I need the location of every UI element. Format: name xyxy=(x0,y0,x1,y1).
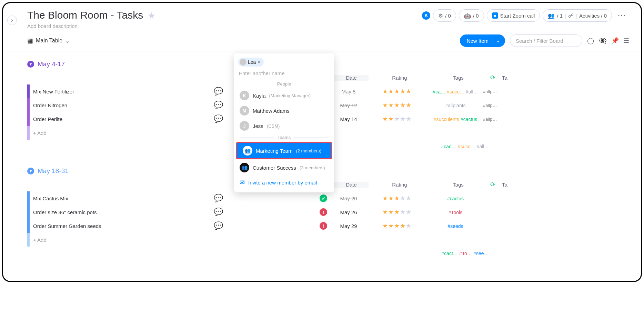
ta-cell[interactable]: #allp… xyxy=(483,89,497,94)
col-rating[interactable]: Rating xyxy=(369,75,431,81)
item-name[interactable]: Order size 36" ceramic pots xyxy=(33,209,205,215)
collapse-icon[interactable]: ▼ xyxy=(27,168,34,174)
table-row[interactable]: Order Nitrogen 💬 ✓ May 12 ★★★★★ #allplan… xyxy=(27,98,641,112)
tag[interactable]: #allplants xyxy=(445,103,465,108)
tag[interactable]: #all… xyxy=(466,89,478,94)
item-name[interactable]: Order Summer Garden seeds xyxy=(33,223,205,229)
group-header[interactable]: ▼ May 4-17 xyxy=(27,60,641,68)
board-title[interactable]: The Bloom Room - Tasks xyxy=(27,9,143,21)
col-rating[interactable]: Rating xyxy=(369,182,431,188)
tag[interactable]: #seeds xyxy=(447,223,463,229)
item-name[interactable]: Order Perlite xyxy=(33,116,205,122)
chat-icon[interactable]: 💬 xyxy=(205,208,231,217)
people-option[interactable]: JJess (CSM) xyxy=(234,118,334,133)
person-filter-icon[interactable]: ◯ xyxy=(587,37,594,44)
col-date[interactable]: Date xyxy=(334,182,369,188)
item-name[interactable]: Order Nitrogen xyxy=(33,102,205,108)
date-cell[interactable]: May 14 xyxy=(331,116,366,122)
favorite-star-icon[interactable]: ★ xyxy=(148,10,155,21)
rating-cell[interactable]: ★★★★★ xyxy=(366,208,428,216)
table-row[interactable]: Order size 36" ceramic pots 💬 ! May 26 ★… xyxy=(27,205,641,219)
board-description[interactable]: Add board description xyxy=(3,23,641,33)
view-selector[interactable]: ▦ Main Table ⌄ xyxy=(27,37,70,44)
chat-icon[interactable]: 💬 xyxy=(205,194,231,203)
rating-cell[interactable]: ★★★★★ xyxy=(366,222,428,230)
col-sync-icon[interactable]: ⟳ xyxy=(486,74,500,81)
tag[interactable]: #cactus xyxy=(447,196,464,201)
tags-summary: #cac… #succ… #all… xyxy=(437,143,493,150)
tags-cell[interactable]: #Tools xyxy=(428,209,483,215)
table-icon: ▦ xyxy=(27,37,33,44)
tag[interactable]: #cac… xyxy=(441,144,456,149)
col-tags[interactable]: Tags xyxy=(431,182,486,188)
date-cell[interactable]: May 20 xyxy=(331,196,366,201)
table-row[interactable]: Mix New Fertilizer 💬 ✓ May 8 ★★★★★ #ca… … xyxy=(27,84,641,98)
search-input[interactable]: Search / Filter Board xyxy=(510,34,582,47)
tag[interactable]: #cactus xyxy=(461,117,477,122)
col-ta[interactable]: Ta xyxy=(500,75,510,81)
rating-cell[interactable]: ★★★★★ xyxy=(366,101,428,109)
board-menu-icon[interactable]: ⋯ xyxy=(615,11,629,20)
rating-cell[interactable]: ★★★★★ xyxy=(366,194,428,202)
tag[interactable]: #see… xyxy=(473,251,489,256)
selected-person-chip[interactable]: Lea✕ xyxy=(238,58,264,67)
people-option[interactable]: MMatthew Adams xyxy=(234,103,334,118)
tag[interactable]: #ca… xyxy=(433,89,445,94)
tag[interactable]: #succulents xyxy=(434,117,459,122)
chat-icon[interactable]: 💬 xyxy=(205,87,231,96)
team-option[interactable]: 👥Customer Success (3 members) xyxy=(234,160,334,175)
add-item-row[interactable]: + Add xyxy=(27,233,641,247)
item-name[interactable]: Mix Cactus Mix xyxy=(33,196,205,201)
filter-icon[interactable]: ☰ xyxy=(624,37,629,44)
new-item-button[interactable]: New Item ⌄ xyxy=(460,34,505,47)
group-summary: #cac… #succ… #all… xyxy=(27,140,641,153)
rating-cell[interactable]: ★★★★★ xyxy=(366,115,428,123)
automations-pill[interactable]: 🤖/ 0 xyxy=(459,9,484,22)
tag[interactable]: #succ… xyxy=(458,144,475,149)
date-cell[interactable]: May 12 xyxy=(331,102,366,108)
tags-cell[interactable]: #ca… #succ… #all… xyxy=(428,89,483,94)
group-header[interactable]: ▼ May 18-31 xyxy=(27,167,641,175)
table-row[interactable]: Mix Cactus Mix 💬 ✓ May 20 ★★★★★ #cactus xyxy=(27,191,641,205)
add-item-row[interactable]: + Add xyxy=(27,126,641,140)
remove-chip-icon[interactable]: ✕ xyxy=(257,60,261,65)
rating-cell[interactable]: ★★★★★ xyxy=(366,88,428,95)
team-option[interactable]: 👥Marketing Team (2 members) xyxy=(236,142,332,159)
board-member-avatar[interactable]: K xyxy=(422,11,430,20)
date-cell[interactable]: May 8 xyxy=(331,89,366,94)
col-ta[interactable]: Ta xyxy=(500,182,510,188)
zoom-call-button[interactable]: ■Start Zoom call xyxy=(487,9,540,22)
tags-cell[interactable]: #cactus xyxy=(428,196,483,201)
hide-icon[interactable]: 👁‍🗨 xyxy=(599,37,606,44)
expand-handle[interactable]: › xyxy=(7,16,17,25)
chat-icon[interactable]: 💬 xyxy=(205,221,231,230)
tag[interactable]: #Tools xyxy=(449,210,462,215)
item-name[interactable]: Mix New Fertilizer xyxy=(33,89,205,94)
tag[interactable]: #To… xyxy=(459,251,472,256)
integrations-pill[interactable]: ⚙/ 0 xyxy=(433,9,456,22)
table-row[interactable]: Order Perlite 💬 ! May 14 ★★★★★ #succulen… xyxy=(27,112,641,126)
invite-member-link[interactable]: ✉Invite a new member by email xyxy=(234,175,334,190)
col-sync-icon[interactable]: ⟳ xyxy=(486,181,500,188)
tag[interactable]: #succ… xyxy=(447,89,464,94)
chat-icon[interactable]: 💬 xyxy=(205,114,231,123)
col-tags[interactable]: Tags xyxy=(431,75,486,81)
ta-cell[interactable]: #allp… xyxy=(483,117,497,122)
people-search-input[interactable] xyxy=(238,70,330,77)
date-cell[interactable]: May 29 xyxy=(331,223,366,229)
tag[interactable]: #all… xyxy=(477,144,489,149)
pin-icon[interactable]: 📌 xyxy=(611,37,619,44)
members-activity-pill[interactable]: 👥/ 1 | ☍ | Activities / 0 xyxy=(543,9,612,22)
chat-icon[interactable]: 💬 xyxy=(205,101,231,110)
date-cell[interactable]: May 26 xyxy=(331,209,366,215)
tags-cell[interactable]: #allplants xyxy=(428,102,483,108)
people-option[interactable]: KKayla (Marketing Manager) xyxy=(234,88,334,103)
collapse-icon[interactable]: ▼ xyxy=(27,61,34,68)
table-row[interactable]: Order Summer Garden seeds 💬 ! May 29 ★★★… xyxy=(27,219,641,233)
tag[interactable]: #cact… xyxy=(441,251,457,256)
col-date[interactable]: Date xyxy=(334,75,369,81)
chevron-down-icon[interactable]: ⌄ xyxy=(496,38,503,44)
tags-cell[interactable]: #succulents #cactus xyxy=(428,116,483,122)
ta-cell[interactable]: #allp… xyxy=(483,103,497,108)
tags-cell[interactable]: #seeds xyxy=(428,223,483,229)
